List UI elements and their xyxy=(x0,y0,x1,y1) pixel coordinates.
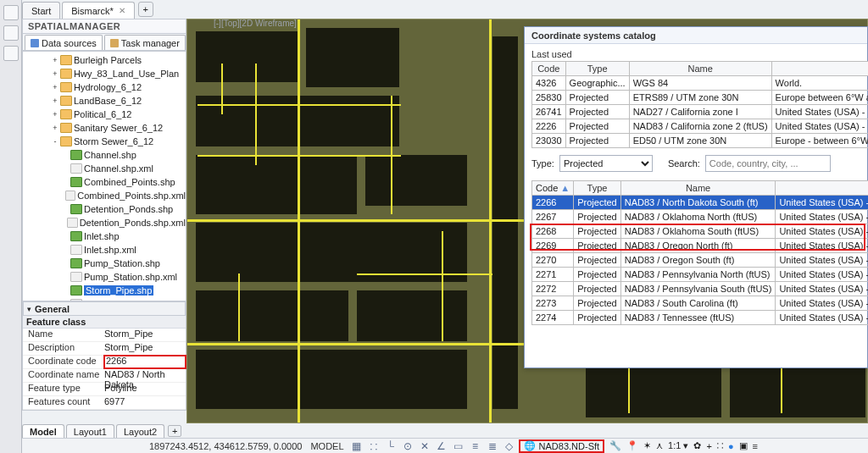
tab-start[interactable]: Start xyxy=(22,2,60,19)
tree-node[interactable]: Combined_Points.shp.xml xyxy=(23,189,186,202)
tab-label: Data sources xyxy=(42,38,97,48)
menu-icon[interactable]: ≡ xyxy=(753,441,758,451)
tree-node[interactable]: +Sanitary Sewer_6_12 xyxy=(23,121,186,135)
tree-node[interactable]: -Storm Sewer_6_12 xyxy=(23,135,186,148)
table-row[interactable]: 2270ProjectedNAD83 / Oregon South (ft)Un… xyxy=(532,253,869,268)
col-name[interactable]: Name xyxy=(629,62,771,76)
col-code[interactable]: Code xyxy=(532,62,566,76)
left-tool-1[interactable] xyxy=(3,5,19,20)
tree-node[interactable]: Pump_Station.shp xyxy=(23,257,186,270)
scale-indicator[interactable]: 1:1 ▾ xyxy=(668,440,688,451)
tree-node[interactable]: Detention_Ponds.shp xyxy=(23,202,186,216)
ortho-icon[interactable]: └ xyxy=(385,440,397,452)
table-row[interactable]: 2269ProjectedNAD83 / Oregon North (ft)Un… xyxy=(532,239,869,253)
tab-layout1[interactable]: Layout1 xyxy=(66,424,114,438)
tree-node[interactable]: Pump_Station.shp.xml xyxy=(23,270,186,284)
tab-layout2[interactable]: Layout2 xyxy=(116,424,164,438)
tree-node[interactable]: +Hwy_83_Land_Use_Plan xyxy=(23,67,186,80)
data-source-tree[interactable]: +Burleigh Parcels+Hwy_83_Land_Use_Plan+H… xyxy=(22,51,186,301)
dyn-input-icon[interactable]: ≡ xyxy=(470,440,481,452)
layout-icon[interactable]: ▣ xyxy=(739,440,748,451)
col-type[interactable]: Type xyxy=(574,181,620,196)
status-toggles: ▦ ⸬ └ ⊙ ✕ ∠ ▭ ≡ ≣ ◇ xyxy=(351,440,515,452)
grid-icon[interactable]: ▦ xyxy=(351,440,363,452)
col-area[interactable] xyxy=(771,62,868,76)
tab-task-manager[interactable]: Task manager xyxy=(104,35,186,50)
tree-node[interactable]: +LandBase_6_12 xyxy=(23,94,186,108)
tree-node[interactable]: Combined_Points.shp xyxy=(23,175,186,189)
person-icon[interactable]: ⋏ xyxy=(656,440,663,451)
viewport-hint[interactable]: [-][Top][2D Wireframe] xyxy=(214,19,297,28)
new-tab-button[interactable]: + xyxy=(138,2,153,17)
last-used-table[interactable]: Code Type Name 4326Geographic...WGS 84Wo… xyxy=(531,61,868,148)
property-row: NameStorm_Pipe xyxy=(23,329,186,342)
tree-node[interactable]: Channel.shp.xml xyxy=(23,162,186,175)
table-row[interactable]: 26741ProjectedNAD27 / California zone IU… xyxy=(532,105,869,119)
col-area[interactable] xyxy=(776,181,868,196)
tree-node[interactable]: Storm_Pipe.shp xyxy=(23,284,186,297)
tree-node[interactable]: +Political_6_12 xyxy=(23,108,186,121)
lineweight-icon[interactable]: ≣ xyxy=(487,440,498,452)
table-row[interactable]: 2272ProjectedNAD83 / Pennsylvania South … xyxy=(532,282,869,296)
section-feature-class[interactable]: Feature class xyxy=(23,316,186,329)
table-row[interactable]: 4326Geographic...WGS 84World. xyxy=(532,76,869,91)
type-select[interactable]: Projected xyxy=(559,155,653,172)
table-row[interactable]: 2226ProjectedNAD83 / California zone 2 (… xyxy=(532,119,869,134)
plus-icon[interactable]: + xyxy=(706,441,711,451)
tab-label: Model xyxy=(30,427,57,437)
gear-icon[interactable]: ✿ xyxy=(693,440,701,451)
table-row[interactable]: 2268ProjectedNAD83 / Oklahoma South (ftU… xyxy=(532,224,869,239)
status-bar: 1897243.4512, 434612.5759, 0.0000 MODEL … xyxy=(22,438,868,453)
dialog-title: Coordinate systems catalog xyxy=(525,27,867,44)
section-general[interactable]: ▾General xyxy=(23,302,186,316)
table-row[interactable]: 2271ProjectedNAD83 / Pennsylvania North … xyxy=(532,268,869,282)
table-row[interactable]: 2266ProjectedNAD83 / North Dakota South … xyxy=(532,196,869,210)
polar-icon[interactable]: ⊙ xyxy=(402,440,414,452)
tab-label: Task manager xyxy=(121,38,180,48)
table-row[interactable]: 25830ProjectedETRS89 / UTM zone 30NEurop… xyxy=(532,91,869,105)
tab-label: Bismarck* xyxy=(71,6,114,16)
tree-node[interactable]: Detention_Ponds.shp.xml xyxy=(23,216,186,229)
table-row[interactable]: 2273ProjectedNAD83 / South Carolina (ft)… xyxy=(532,296,869,311)
section-label: Feature class xyxy=(26,317,86,327)
search-input[interactable] xyxy=(705,155,831,172)
search-label: Search: xyxy=(668,158,700,168)
table-row[interactable]: 23030ProjectedED50 / UTM zone 30NEurope … xyxy=(532,134,869,148)
table-row[interactable]: 2267ProjectedNAD83 / Oklahoma North (ftU… xyxy=(532,210,869,224)
space-indicator[interactable]: MODEL xyxy=(310,441,343,451)
tab-file[interactable]: Bismarck* ✕ xyxy=(62,2,135,19)
tree-node[interactable]: +Hydrology_6_12 xyxy=(23,80,186,94)
isoplane-icon[interactable]: ✕ xyxy=(419,440,431,452)
cloud-icon[interactable]: ● xyxy=(728,441,734,451)
col-type[interactable]: Type xyxy=(565,62,629,76)
snap-icon[interactable]: ⸬ xyxy=(368,440,380,452)
crs-indicator[interactable]: 🌐 NAD83.ND-Sft xyxy=(519,439,605,453)
chevron-down-icon: ▾ xyxy=(27,305,31,313)
tree-node[interactable]: Channel.shp xyxy=(23,148,186,162)
tab-data-sources[interactable]: Data sources xyxy=(25,35,103,50)
left-tool-3[interactable] xyxy=(3,46,19,61)
tab-label: Start xyxy=(31,6,51,16)
tree-node[interactable]: Inlet.shp.xml xyxy=(23,243,186,257)
transparency-icon[interactable]: ◇ xyxy=(504,440,515,452)
tree-node[interactable]: Inlet.shp xyxy=(23,229,186,243)
section-label: General xyxy=(35,304,70,314)
pin-icon[interactable]: 📍 xyxy=(626,440,638,451)
table-row[interactable]: 2274ProjectedNAD83 / Tennessee (ftUS)Uni… xyxy=(532,311,869,325)
otrack-icon[interactable]: ▭ xyxy=(453,440,465,452)
col-name[interactable]: Name xyxy=(620,181,776,196)
osnap-icon[interactable]: ∠ xyxy=(436,440,448,452)
sort-asc-icon: ▲ xyxy=(560,183,570,193)
tree-node[interactable]: +Burleigh Parcels xyxy=(23,53,186,67)
wrench-icon[interactable]: 🔧 xyxy=(609,440,621,451)
tab-model[interactable]: Model xyxy=(22,424,64,438)
left-tool-2[interactable] xyxy=(3,25,19,41)
taskmanager-icon xyxy=(110,39,119,47)
datasource-icon xyxy=(31,39,39,47)
col-code[interactable]: Code ▲ xyxy=(532,181,574,196)
results-table[interactable]: Code ▲ Type Name 2266ProjectedNAD83 / No… xyxy=(531,180,868,325)
customize-icon[interactable]: ⸬ xyxy=(717,440,723,451)
add-layout-button[interactable]: + xyxy=(168,425,181,437)
star-icon[interactable]: ✶ xyxy=(643,440,651,451)
close-icon[interactable]: ✕ xyxy=(119,6,125,15)
